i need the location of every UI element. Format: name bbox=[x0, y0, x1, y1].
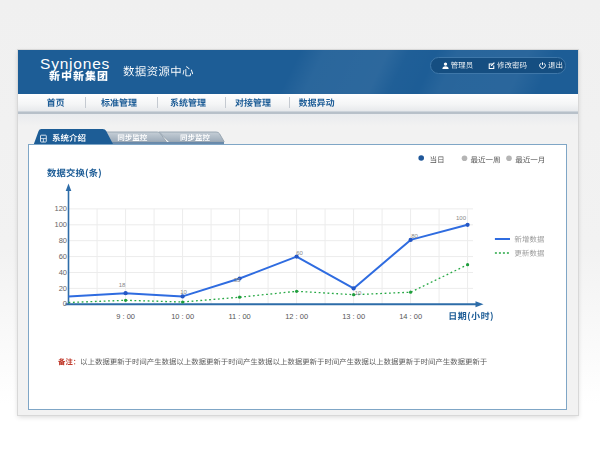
svg-text:35: 35 bbox=[234, 277, 241, 283]
svg-text:10: 10 bbox=[180, 289, 187, 295]
svg-text:60: 60 bbox=[296, 250, 303, 256]
svg-text:9 : 00: 9 : 00 bbox=[116, 312, 135, 321]
svg-text:100: 100 bbox=[54, 220, 67, 229]
svg-text:80: 80 bbox=[411, 233, 418, 239]
svg-text:20: 20 bbox=[59, 284, 67, 293]
svg-text:14 : 00: 14 : 00 bbox=[399, 312, 422, 321]
svg-text:18: 18 bbox=[119, 282, 126, 288]
svg-text:10: 10 bbox=[355, 290, 362, 296]
svg-text:40: 40 bbox=[59, 268, 67, 277]
svg-text:100: 100 bbox=[456, 215, 467, 221]
svg-text:60: 60 bbox=[59, 252, 67, 261]
svg-text:10 : 00: 10 : 00 bbox=[171, 312, 194, 321]
svg-text:0: 0 bbox=[63, 299, 67, 308]
svg-text:11 : 00: 11 : 00 bbox=[228, 312, 250, 321]
svg-text:80: 80 bbox=[59, 236, 67, 245]
svg-text:120: 120 bbox=[54, 204, 67, 213]
svg-text:12 : 00: 12 : 00 bbox=[285, 312, 308, 321]
svg-text:13 : 00: 13 : 00 bbox=[342, 312, 365, 321]
